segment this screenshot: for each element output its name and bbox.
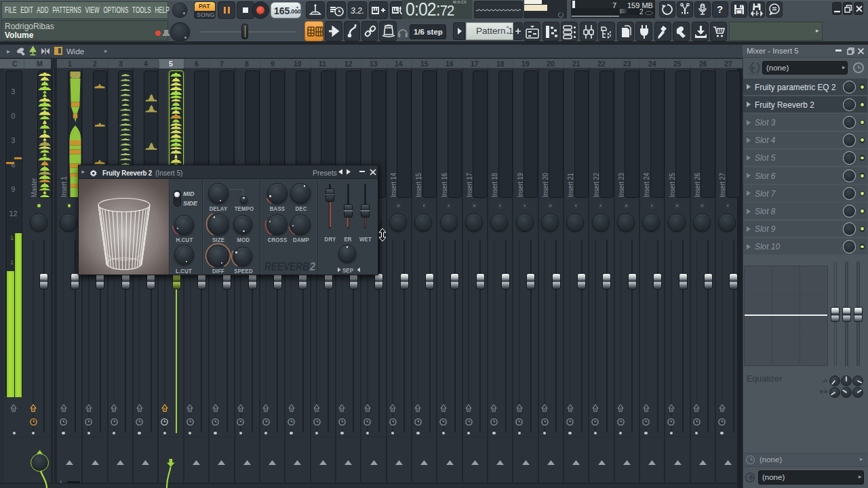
svg-text:?: ?: [717, 3, 723, 15]
svg-text:POST: POST: [748, 72, 760, 76]
svg-text:3.2.: 3.2.: [351, 6, 364, 16]
